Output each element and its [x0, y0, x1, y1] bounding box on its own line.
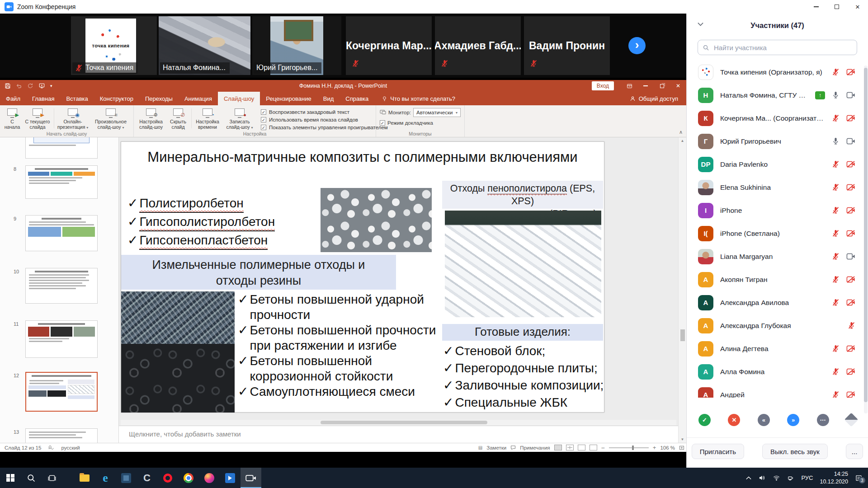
video-tile[interactable]: точка кипенияТочка кипения — [71, 16, 157, 75]
zoom-level[interactable]: 106 % — [660, 445, 675, 450]
video-tile[interactable]: Наталья Фомина... — [159, 16, 250, 75]
normal-view-button[interactable] — [554, 445, 562, 450]
chevron-down-icon[interactable] — [698, 22, 703, 26]
tab-Рецензирование[interactable]: Рецензирование — [260, 92, 317, 105]
zoom-out-button[interactable]: − — [601, 444, 605, 451]
chrome-icon[interactable] — [178, 468, 199, 488]
mute-all-button[interactable]: Выкл. весь звук — [762, 444, 828, 459]
participant-row[interactable]: IiPhone — [687, 199, 865, 222]
sign-in-button[interactable]: Вход — [592, 81, 614, 90]
slide-thumbnail-8[interactable] — [25, 165, 98, 199]
file-explorer-icon[interactable] — [74, 468, 95, 488]
horizontal-scrollbar[interactable] — [121, 420, 676, 425]
slide-thumbnail-13[interactable] — [25, 428, 98, 443]
participant-row[interactable]: ААлла Фомина — [687, 360, 865, 383]
tab-Слайд-шоу[interactable]: Слайд-шоу — [218, 92, 260, 105]
search-button[interactable] — [21, 468, 42, 488]
save-icon[interactable] — [5, 83, 11, 89]
checkbox-Показать элементы управления проигрывателем[interactable]: ✓Показать элементы управления проигрыват… — [261, 125, 370, 130]
scrollbar-thumb[interactable] — [680, 329, 685, 341]
no-button[interactable]: ✕ — [728, 414, 740, 426]
zoom-slider[interactable] — [609, 447, 649, 448]
clock[interactable]: 14:25 10.12.2020 — [820, 470, 848, 486]
ribbon-button-Записать слайд-шоу[interactable]: ●Записать слайд-шоу ▾ — [222, 107, 257, 130]
comments-button[interactable]: Примечания — [520, 445, 550, 450]
tab-Конструктор[interactable]: Конструктор — [94, 92, 139, 105]
reading-view-button[interactable] — [578, 445, 585, 450]
ribbon-button-Произвольное слайд-шоу[interactable]: ≡Произвольное слайд-шоу ▾ — [90, 107, 132, 130]
presenter-mode-checkbox[interactable]: ✓ Режим докладчика — [380, 120, 461, 126]
ribbon-display-options-icon[interactable] — [621, 80, 637, 92]
notes-pane[interactable]: Щелкните, чтобы добавить заметки — [119, 426, 678, 443]
invite-button[interactable]: Пригласить — [692, 444, 744, 459]
next-videos-button[interactable]: › — [628, 37, 646, 54]
participant-row[interactable]: ААлександра Авилова — [687, 291, 865, 314]
scroll-down-icon[interactable]: ▼ — [681, 437, 684, 441]
monitor-select[interactable]: Автоматически▾ — [413, 108, 461, 117]
video-tile[interactable]: Юрий Григорьев... — [252, 16, 341, 75]
close-button[interactable]: ✕ — [670, 80, 686, 92]
tab-Вид[interactable]: Вид — [317, 92, 340, 105]
ribbon-button-Настройка времени[interactable]: ◔Настройка времени — [193, 107, 222, 130]
collapse-ribbon-icon[interactable]: ∧ — [679, 129, 683, 135]
participant-row[interactable]: ГЮрий Григорьевич — [687, 130, 865, 153]
participant-row[interactable]: DPDaria Pavlenko — [687, 153, 865, 176]
tell-me-search[interactable]: Что вы хотите сделать? — [374, 92, 462, 105]
more-reactions-button[interactable]: ⋯ — [817, 414, 829, 426]
yes-button[interactable]: ✓ — [698, 414, 711, 426]
tab-Файл[interactable]: Файл — [0, 92, 26, 105]
app-icon-c[interactable]: C — [137, 468, 157, 488]
notes-button[interactable]: Заметки — [486, 445, 506, 450]
slide-thumbnail[interactable] — [25, 137, 98, 159]
slide-sorter-view-button[interactable] — [566, 445, 574, 450]
participant-row[interactable]: Elena Sukhinina — [687, 176, 865, 199]
faster-button[interactable]: » — [787, 414, 799, 426]
ribbon-button-Онлайн-презентация[interactable]: ◉Онлайн-презентация ▾ — [56, 107, 90, 130]
participant-row[interactable]: ККочергина Ма... (Соорганизатор) — [687, 107, 865, 130]
tab-Анимация[interactable]: Анимация — [179, 92, 218, 105]
start-button[interactable] — [0, 468, 21, 488]
participant-row[interactable]: Точка кипения (Организатор, я) — [687, 61, 865, 84]
ribbon-button-С текущего слайда[interactable]: ▶С текущего слайда — [23, 107, 52, 130]
slower-button[interactable]: « — [758, 414, 770, 426]
volume-icon[interactable] — [758, 474, 766, 481]
tab-Справка[interactable]: Справка — [340, 92, 374, 105]
movies-app-icon[interactable] — [220, 468, 241, 488]
clear-button[interactable] — [844, 413, 858, 427]
participant-row[interactable]: ААлександра Глубокая — [687, 314, 865, 337]
hidden-icons-chevron-icon[interactable] — [746, 476, 751, 480]
video-tile[interactable]: Вадим Пронин — [524, 16, 610, 75]
more-button[interactable]: ... — [846, 444, 863, 459]
start-slideshow-icon[interactable] — [38, 83, 45, 89]
share-button[interactable]: Общий доступ — [630, 92, 686, 105]
participant-row[interactable]: AАкопян Тигран — [687, 268, 865, 291]
zoom-in-button[interactable]: + — [653, 444, 656, 451]
slide-thumbnail-11[interactable] — [25, 320, 98, 358]
minimize-button[interactable] — [637, 80, 654, 92]
app-icon-dark[interactable] — [116, 468, 137, 488]
scrollbar-thumb[interactable] — [864, 68, 868, 402]
slide-thumbnail-9[interactable] — [25, 215, 98, 251]
camera-app-icon[interactable] — [241, 468, 261, 488]
slideshow-view-button[interactable] — [590, 445, 597, 450]
browser-ball-icon[interactable] — [199, 468, 220, 488]
restore-button[interactable] — [654, 80, 670, 92]
video-tile[interactable]: Кочергина Мар... — [346, 16, 432, 75]
redo-icon[interactable] — [27, 83, 33, 89]
maximize-button[interactable] — [826, 0, 847, 14]
slide-thumbnail-10[interactable] — [25, 268, 98, 304]
tab-Вставка[interactable]: Вставка — [60, 92, 94, 105]
edge-icon[interactable]: e — [95, 468, 116, 488]
vertical-scrollbar[interactable]: ▲ ▼ — [678, 137, 686, 443]
language-indicator[interactable]: русский — [61, 445, 80, 450]
checkbox-Воспроизвести закадровый текст[interactable]: ✓Воспроизвести закадровый текст — [261, 109, 370, 115]
slide-canvas[interactable]: Минерально-матричные композиты с полимер… — [121, 141, 604, 413]
slide-thumbnail-12[interactable] — [25, 372, 98, 412]
video-tile[interactable]: Ахмадиев Габд... — [435, 16, 521, 75]
language-indicator[interactable]: РУС — [801, 474, 813, 481]
tab-Переходы[interactable]: Переходы — [139, 92, 179, 105]
ribbon-button-Настройка слайд-шоу[interactable]: ⚙Настройка слайд-шоу — [136, 107, 166, 130]
participant-row[interactable]: ААлина Дегтева — [687, 337, 865, 360]
participant-row[interactable]: Liana Margaryan — [687, 245, 865, 268]
ribbon-button-С начала[interactable]: ▶С начала — [2, 107, 23, 130]
